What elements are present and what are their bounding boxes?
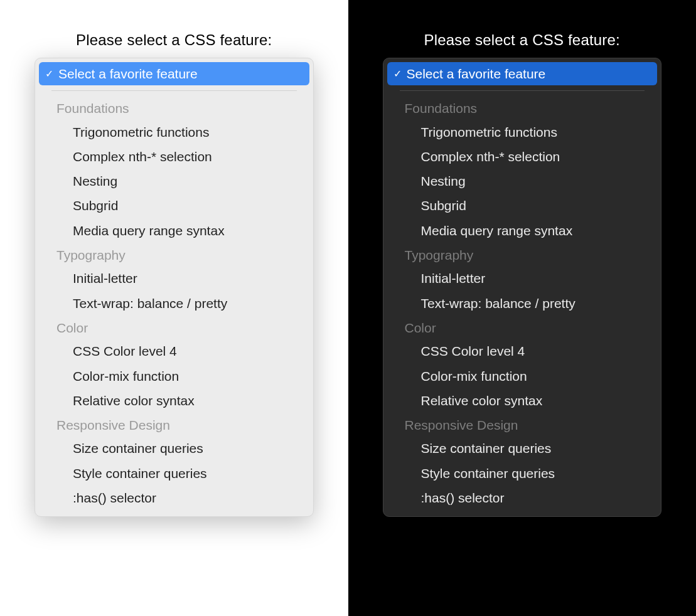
option-css-color-level-4[interactable]: CSS Color level 4: [39, 339, 309, 363]
option-has-selector[interactable]: :has() selector: [39, 486, 309, 510]
selected-option-label: Select a favorite feature: [407, 65, 546, 82]
check-icon: ✓: [394, 69, 402, 79]
group-label-responsive-design: Responsive Design: [39, 413, 309, 436]
group-label-responsive-design: Responsive Design: [387, 413, 658, 436]
option-initial-letter[interactable]: Initial-letter: [39, 266, 309, 290]
menu-divider: [51, 90, 297, 91]
option-text-wrap-balance-pretty[interactable]: Text-wrap: balance / pretty: [39, 291, 309, 316]
option-has-selector[interactable]: :has() selector: [387, 486, 658, 510]
option-size-container-queries[interactable]: Size container queries: [387, 436, 658, 460]
selected-option-label: Select a favorite feature: [58, 65, 198, 82]
option-trigonometric-functions[interactable]: Trigonometric functions: [387, 120, 658, 144]
option-nesting[interactable]: Nesting: [387, 169, 658, 193]
group-label-color: Color: [387, 316, 658, 339]
group-label-color: Color: [39, 316, 309, 339]
option-media-query-range-syntax[interactable]: Media query range syntax: [39, 218, 309, 243]
option-groups-dark: FoundationsTrigonometric functionsComple…: [387, 96, 658, 510]
option-style-container-queries[interactable]: Style container queries: [39, 461, 309, 486]
group-label-foundations: Foundations: [39, 96, 309, 119]
prompt-label: Please select a CSS feature:: [383, 31, 662, 49]
option-subgrid[interactable]: Subgrid: [39, 193, 309, 218]
selected-option-row[interactable]: ✓ Select a favorite feature: [39, 62, 309, 85]
option-trigonometric-functions[interactable]: Trigonometric functions: [39, 120, 309, 144]
option-nesting[interactable]: Nesting: [39, 169, 309, 193]
option-relative-color-syntax[interactable]: Relative color syntax: [387, 388, 658, 413]
option-size-container-queries[interactable]: Size container queries: [39, 436, 309, 460]
option-text-wrap-balance-pretty[interactable]: Text-wrap: balance / pretty: [387, 291, 658, 316]
dark-mode-pane: Please select a CSS feature: ✓ Select a …: [348, 0, 697, 616]
option-color-mix-function[interactable]: Color-mix function: [39, 364, 309, 388]
select-popup-light[interactable]: ✓ Select a favorite feature FoundationsT…: [35, 58, 314, 517]
light-mode-pane: Please select a CSS feature: ✓ Select a …: [0, 0, 348, 616]
group-label-typography: Typography: [39, 243, 309, 266]
option-groups-light: FoundationsTrigonometric functionsComple…: [39, 96, 309, 510]
option-complex-nth-selection[interactable]: Complex nth-* selection: [387, 144, 658, 169]
group-label-foundations: Foundations: [387, 96, 658, 119]
check-icon: ✓: [45, 69, 53, 79]
option-relative-color-syntax[interactable]: Relative color syntax: [39, 388, 309, 413]
option-complex-nth-selection[interactable]: Complex nth-* selection: [39, 144, 309, 169]
option-subgrid[interactable]: Subgrid: [387, 193, 658, 218]
prompt-label: Please select a CSS feature:: [35, 31, 314, 49]
option-media-query-range-syntax[interactable]: Media query range syntax: [387, 218, 658, 243]
selected-option-row[interactable]: ✓ Select a favorite feature: [387, 62, 658, 85]
option-initial-letter[interactable]: Initial-letter: [387, 266, 658, 290]
option-color-mix-function[interactable]: Color-mix function: [387, 364, 658, 388]
group-label-typography: Typography: [387, 243, 658, 266]
select-popup-dark[interactable]: ✓ Select a favorite feature FoundationsT…: [383, 58, 662, 517]
option-style-container-queries[interactable]: Style container queries: [387, 461, 658, 486]
option-css-color-level-4[interactable]: CSS Color level 4: [387, 339, 658, 363]
menu-divider: [400, 90, 645, 91]
